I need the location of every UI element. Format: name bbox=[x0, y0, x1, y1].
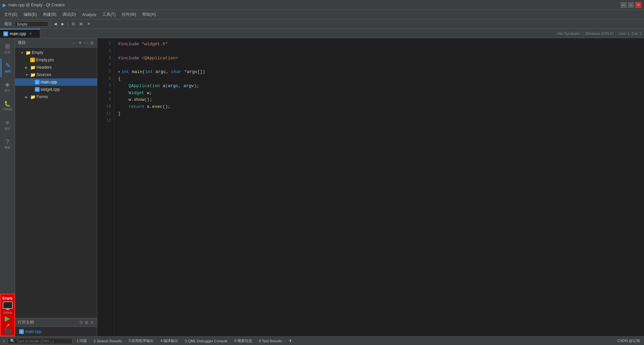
maximize-button[interactable]: □ bbox=[628, 2, 634, 8]
open-docs-float[interactable]: ⊞ bbox=[84, 320, 89, 325]
tree-item-empty[interactable]: ▼ 📁 Empty bbox=[15, 49, 97, 56]
tab-close-btn[interactable]: ✕ bbox=[29, 32, 32, 36]
sidebar-edit[interactable]: ✎ 编辑 bbox=[1, 59, 14, 77]
title-bar-left: ▶ main.cpp @ Empty - Qt Creator bbox=[3, 2, 65, 8]
tab-bar: C main.cpp ✕ <No Symbols> | Windows (CRL… bbox=[0, 29, 644, 38]
code-area[interactable]: 1 2 3 4 5 6 7 8 9 10 11 12 #include "wid… bbox=[97, 38, 644, 336]
run-panel: Empty Debug ▶ ↗ ⬛ bbox=[0, 294, 15, 336]
code-content[interactable]: #include "widget.h" #include <QApplicati… bbox=[114, 38, 644, 336]
status-test-results[interactable]: 8 Test Results bbox=[256, 338, 285, 344]
code-line-12 bbox=[118, 118, 640, 125]
code-line-2 bbox=[118, 48, 640, 55]
menu-help[interactable]: 帮助(H) bbox=[140, 10, 159, 19]
open-docs-split[interactable]: ⊟ bbox=[79, 320, 84, 325]
run-stop-button[interactable]: ⬛ bbox=[4, 329, 11, 334]
code-line-4 bbox=[118, 62, 640, 69]
menu-edit[interactable]: 编辑(E) bbox=[21, 10, 40, 19]
status-compile-output[interactable]: 4 编译输出 bbox=[158, 338, 181, 344]
sidebar-debug[interactable]: 🐛 Debug bbox=[1, 97, 14, 115]
arrow-empty: ▼ bbox=[20, 51, 24, 55]
panel-header-buttons: ↔ ▼ — ⊞ bbox=[71, 41, 94, 45]
locate-input[interactable] bbox=[16, 339, 70, 343]
tree-label-main-cpp: main.cpp bbox=[41, 80, 57, 84]
no-symbols: <No Symbols> bbox=[556, 31, 581, 36]
tree-item-sources[interactable]: ▼ 📁 Sources bbox=[15, 71, 97, 78]
code-line-6: { bbox=[118, 76, 640, 83]
tab-bar-right: <No Symbols> | Windows (CRLF) | Line: 1,… bbox=[556, 29, 644, 38]
toolbar-close[interactable]: ✕ bbox=[85, 21, 92, 27]
code-line-8: Widget w; bbox=[118, 90, 640, 97]
run-debug-button[interactable]: ↗ bbox=[5, 323, 10, 328]
status-search-results[interactable]: 2 Search Results bbox=[91, 338, 124, 344]
project-selector[interactable]: Empty bbox=[15, 21, 48, 27]
collapse-button[interactable]: — bbox=[84, 41, 89, 45]
welcome-icon: ⊞ bbox=[5, 43, 10, 49]
code-line-9: w.show(); bbox=[118, 96, 640, 104]
project-label: 项目 bbox=[2, 21, 14, 27]
folder-sources-icon: 📁 bbox=[30, 72, 36, 77]
tree-item-main-cpp[interactable]: c main.cpp bbox=[15, 78, 97, 86]
float-button[interactable]: ⊞ bbox=[90, 41, 94, 45]
toolbar-split[interactable]: ⊟ bbox=[70, 21, 77, 27]
status-overview[interactable]: 6 概要信息 bbox=[232, 338, 255, 344]
open-doc-main-cpp[interactable]: c main.cpp bbox=[18, 328, 94, 335]
tree-item-headers[interactable]: ▶ 📁 Headers bbox=[15, 64, 97, 71]
tree-item-empty-pro[interactable]: p Empty.pro bbox=[15, 56, 97, 64]
menu-debug[interactable]: 调试(D) bbox=[60, 10, 79, 19]
sync-button[interactable]: ↔ bbox=[71, 41, 77, 45]
project-icon: ≡ bbox=[6, 120, 9, 126]
tree-label-empty: Empty bbox=[32, 50, 43, 55]
folder-forms-icon: 📁 bbox=[30, 94, 36, 99]
run-play-button[interactable]: ▶ bbox=[5, 315, 10, 322]
open-docs-title: 打开文档 bbox=[18, 320, 34, 325]
sidebar-design[interactable]: ◈ 设计 bbox=[1, 78, 14, 96]
folder-headers-icon: 📁 bbox=[30, 65, 36, 70]
status-search[interactable]: 🔍 bbox=[8, 338, 72, 344]
tab-cpp-icon: C bbox=[3, 31, 8, 36]
folder-empty-icon: 📁 bbox=[25, 50, 31, 55]
edit-icon: ✎ bbox=[5, 62, 10, 68]
tab-label: main.cpp bbox=[10, 31, 26, 36]
menu-analyze[interactable]: Analyze bbox=[79, 11, 99, 18]
help-icon: ? bbox=[6, 139, 9, 145]
code-line-1: #include "widget.h" bbox=[118, 41, 640, 48]
toolbar-back[interactable]: ◀ bbox=[52, 21, 59, 27]
encoding-label[interactable]: Windows (CRLF) bbox=[586, 31, 614, 36]
tab-main-cpp[interactable]: C main.cpp ✕ bbox=[0, 29, 40, 38]
close-button[interactable]: ✕ bbox=[635, 2, 641, 8]
debug-icon: 🐛 bbox=[4, 101, 11, 107]
cursor-position[interactable]: Line: 1, Col: 1 bbox=[619, 31, 641, 36]
menu-file[interactable]: 文件(E) bbox=[1, 10, 20, 19]
title-bar: ▶ main.cpp @ Empty - Qt Creator — □ ✕ bbox=[0, 0, 644, 10]
open-docs-header: 打开文档 ⊟ ⊞ ✕ bbox=[15, 318, 97, 327]
sidebar-help[interactable]: ? 帮助 bbox=[1, 135, 14, 153]
tree-item-forms[interactable]: ▶ 📁 Forms bbox=[15, 93, 97, 100]
open-docs-close[interactable]: ✕ bbox=[90, 320, 94, 325]
sidebar-edit-label: 编辑 bbox=[5, 69, 11, 74]
toolbar-separator-1 bbox=[50, 21, 50, 27]
menu-build[interactable]: 构建(B) bbox=[40, 10, 59, 19]
menu-tools[interactable]: 工具(T) bbox=[100, 10, 118, 19]
code-line-5: ▼ int main(int argc, char *argv[]) bbox=[118, 69, 640, 76]
monitor-icon bbox=[3, 301, 13, 309]
toolbar-forward[interactable]: ▶ bbox=[59, 21, 66, 27]
sidebar-project[interactable]: ≡ 项目 bbox=[1, 116, 14, 134]
status-problems[interactable]: 1 问题 bbox=[74, 338, 90, 344]
minimize-button[interactable]: — bbox=[621, 2, 627, 8]
menu-controls[interactable]: 控件(W) bbox=[119, 10, 139, 19]
sidebar-design-label: 设计 bbox=[4, 88, 10, 93]
tree-item-widget-cpp[interactable]: c widget.cpp bbox=[15, 86, 97, 93]
status-app-output[interactable]: 3 应用程序输出 bbox=[126, 338, 156, 344]
design-icon: ◈ bbox=[5, 81, 10, 87]
status-qml-debugger[interactable]: 5 QML Debugger Console bbox=[182, 338, 230, 344]
code-editor: 1 2 3 4 5 6 7 8 9 10 11 12 #include "wid… bbox=[97, 38, 644, 336]
window-title: main.cpp @ Empty - Qt Creator bbox=[8, 3, 65, 7]
fold-icon-5[interactable]: ▼ bbox=[118, 70, 120, 75]
status-arrow[interactable]: ⬆ bbox=[286, 338, 294, 344]
toolbar-float[interactable]: ⊞ bbox=[77, 21, 85, 27]
sidebar-welcome[interactable]: ⊞ 欢迎 bbox=[1, 40, 14, 58]
filter-button[interactable]: ▼ bbox=[77, 41, 83, 45]
project-panel-title: 项目 bbox=[18, 40, 26, 46]
sidebar-icons: ⊞ 欢迎 ✎ 编辑 ◈ 设计 🐛 Debug ≡ 项目 ? 帮助 bbox=[0, 38, 15, 336]
run-config-label: Empty bbox=[2, 296, 13, 300]
